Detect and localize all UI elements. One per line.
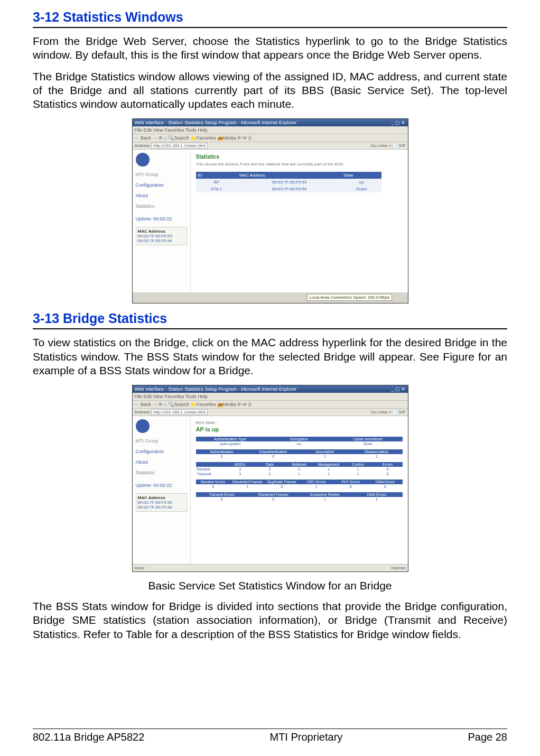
mac-box-label: MAC Address (138, 229, 185, 234)
menu-bar: File Edit View Favorites Tools Help (133, 393, 408, 401)
uptime: Uptime: 00:00:22 (136, 216, 187, 222)
th: Association (299, 449, 351, 454)
para-2: The Bridge Statistics window allows view… (33, 70, 507, 112)
td: 0 (265, 484, 299, 489)
td: 3 (225, 467, 255, 472)
stats-heading: Statistics (196, 154, 403, 160)
th: Data (255, 462, 284, 467)
addr-label: Address (135, 410, 150, 414)
td: Transmit (196, 472, 226, 476)
td: 1 (299, 454, 351, 459)
heading-3-12: 3-12 Statistics Windows (33, 10, 507, 25)
td: 0 (247, 497, 299, 502)
td: 1 (343, 472, 373, 476)
toolbar: ← Back → ⟳ ⌂ 🔍Search ⭐Favorites 📻Media ⟳… (133, 401, 408, 409)
th: DMA Errors (368, 480, 402, 484)
footer-center: MTI Proprietary (269, 731, 342, 743)
td: 0 (196, 454, 248, 459)
td: no (265, 441, 333, 446)
screenshot-bss-stats-window: Web Interface - Station Statistics Setup… (132, 385, 408, 572)
nav-about: About (136, 459, 187, 465)
nav-statistics: Statistics (136, 204, 187, 209)
th: Receive Errors (196, 480, 230, 484)
th: PHY Errors (333, 480, 368, 484)
td: 1 (314, 472, 343, 476)
para-1: From the Bridge Web Server, choose the S… (33, 34, 507, 62)
rule-1 (33, 27, 507, 28)
address-field: http://192.168.1.1/stats.html (151, 143, 208, 149)
td: 0 (196, 484, 230, 489)
tray-tooltip: Local Area Connection Speed: 100.0 Mbps (307, 294, 392, 301)
td: Receive (196, 467, 226, 472)
th (196, 462, 226, 467)
window-title: Web Interface - Station Statistics Setup… (135, 386, 297, 392)
cell: AP (196, 179, 237, 186)
th: Authentication Type (196, 437, 265, 441)
th-id: ID (196, 172, 237, 179)
menu-bar: File Edit View Favorites Tools Help (133, 126, 408, 134)
td: 1 (351, 454, 403, 459)
figure-caption-2: Basic Service Set Statistics Window for … (33, 579, 507, 592)
td: 0 (373, 467, 403, 472)
cell: Down (341, 186, 381, 192)
th-state: State (341, 172, 381, 179)
addr-label: Address (135, 143, 150, 148)
mac-2: 00:03:7F:00:F5:94 (138, 505, 185, 510)
th: Deauthentication (247, 449, 299, 454)
th: MSDU (225, 462, 255, 467)
mac-1: 00:03:7F:00:F5:93 (138, 500, 185, 505)
th: Multicast (284, 462, 314, 467)
th: Encryption (265, 437, 333, 441)
stats-desc: This shows the Access Point and the stat… (196, 162, 403, 167)
nav-configuration: Configuration (136, 182, 187, 188)
toolbar: ← Back → ⟳ ⌂ 🔍Search ⭐Favorites 📻Media ⟳… (133, 134, 408, 142)
th: Errors (373, 462, 403, 467)
th: Duplicate Frames (265, 480, 299, 484)
addr-right: Go Links » 📄 SIP (371, 143, 406, 148)
th: Control (343, 462, 373, 467)
th: Cipher Advertised (333, 437, 402, 441)
td: 1 (284, 472, 314, 476)
td: 3 (225, 472, 255, 476)
cell: up (341, 179, 381, 186)
mac-1: 00:03:7F:00:F5:93 (138, 234, 185, 238)
td: 0 (247, 454, 299, 459)
brand-logo-icon (136, 153, 150, 167)
rule-2 (33, 328, 507, 329)
th: CRC Errors (299, 480, 333, 484)
td: 1 (230, 484, 265, 489)
window-controls: _ ▢ ✕ (391, 120, 405, 125)
th: Discarded Frames (247, 492, 299, 497)
status-right: Internet (391, 566, 405, 570)
td: 1 (299, 484, 333, 489)
screenshot-statistics-window: Web Interface - Station Statistics Setup… (132, 118, 408, 303)
cell: 00:03:7F:00:F5:93 (237, 179, 341, 186)
nav-configuration: Configuration (136, 449, 187, 454)
stats-table: ID MAC Address State AP 00:03:7F:00:F5:9… (196, 172, 382, 192)
cell: 00:03:7F:00:F5:94 (237, 186, 341, 192)
heading-3-13: 3-13 Bridge Statistics (33, 311, 507, 326)
nav-statistics: Statistics (136, 470, 187, 475)
brand-logo-icon (136, 419, 150, 433)
address-field: http://192.168.1.1/stats.html (151, 409, 208, 415)
td: None (333, 441, 402, 446)
footer-right: Page 28 (468, 731, 507, 743)
td: 1 (299, 497, 351, 502)
mac-box-label: MAC Address (138, 495, 185, 500)
th-mac: MAC Address (237, 172, 341, 179)
nav-about: About (136, 193, 187, 198)
addr-right: Go Links » 📄 SIP (371, 410, 406, 414)
cell: STA 1 (196, 186, 237, 192)
brand-text: MTI Group (136, 172, 187, 177)
td: 1 (351, 497, 403, 502)
para-3: To view statistics on the Bridge, click … (33, 336, 507, 377)
th: Disassociation (351, 449, 403, 454)
window-title: Web Interface - Station Statistics Setup… (135, 120, 297, 125)
td: 0 (196, 497, 248, 502)
footer-left: 802.11a Bridge AP5822 (33, 731, 144, 743)
td: 3 (255, 467, 284, 472)
page-footer: 802.11a Bridge AP5822 MTI Proprietary Pa… (33, 729, 507, 743)
td: 0 (373, 472, 403, 476)
mac-2: 00:03:7F:00:F5:94 (138, 238, 185, 243)
th: Transmit Errors (196, 492, 248, 497)
